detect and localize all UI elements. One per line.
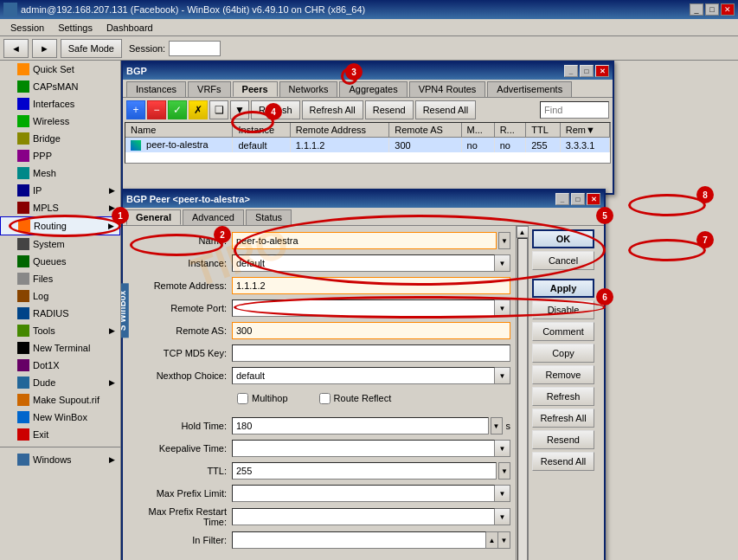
tab-vpn4routes[interactable]: VPN4 Routes (409, 81, 486, 97)
peer-maximize[interactable]: □ (571, 193, 585, 205)
add-button[interactable]: + (126, 100, 145, 119)
copy-icon-button[interactable]: ❑ (209, 100, 228, 119)
check-button[interactable]: ✓ (168, 100, 187, 119)
sidebar-item-newterminal[interactable]: New Terminal (0, 339, 120, 357)
comment-button[interactable]: Comment (532, 322, 594, 341)
keepalive-input[interactable] (232, 440, 495, 457)
apply-button[interactable]: Apply (532, 279, 594, 298)
sidebar-item-interfaces[interactable]: Interfaces (0, 95, 120, 113)
remote-port-input[interactable] (232, 299, 495, 317)
resend-peer-button[interactable]: Resend (532, 430, 594, 449)
sidebar-item-windows[interactable]: Windows ▶ (0, 451, 120, 468)
resend-all-peer-button[interactable]: Resend All (532, 452, 594, 471)
route-reflect-checkbox[interactable] (319, 393, 330, 404)
sidebar-item-routing[interactable]: Routing ▶ (0, 216, 120, 235)
ok-button[interactable]: OK (532, 229, 594, 248)
remote-as-input[interactable] (232, 322, 510, 339)
sidebar-item-exit[interactable]: Exit (0, 426, 120, 443)
bgp-close[interactable]: ✕ (595, 65, 609, 77)
peer-tab-advanced[interactable]: Advanced (183, 209, 244, 225)
filter-button[interactable]: ▼ (230, 100, 249, 119)
multihop-checkbox[interactable] (237, 393, 248, 404)
max-prefix-restart-input[interactable] (232, 508, 495, 525)
refresh-all-button[interactable]: Refresh All (302, 100, 363, 119)
sidebar-item-makecloud[interactable]: Make Supout.rif (0, 391, 120, 409)
remote-port-dropdown[interactable]: ▼ (495, 299, 510, 317)
ttl-input[interactable] (232, 462, 497, 480)
cancel-button[interactable]: Cancel (532, 251, 594, 270)
peer-close[interactable]: ✕ (587, 193, 600, 205)
remove-peer-button[interactable]: Remove (532, 365, 594, 384)
peer-tab-general[interactable]: General (126, 209, 181, 225)
menu-session[interactable]: Session (3, 21, 51, 35)
sidebar-item-mpls[interactable]: MPLS ▶ (0, 199, 120, 216)
name-scroll-down[interactable]: ▼ (498, 232, 510, 249)
remove-button[interactable]: − (147, 100, 166, 119)
table-row[interactable]: peer-to-alestra default 1.1.1.2 300 no n… (125, 138, 610, 153)
in-filter-up[interactable]: ▲ (486, 531, 498, 549)
tab-advertisements[interactable]: Advertisements (487, 81, 572, 97)
sidebar-item-newwinbox[interactable]: New WinBox (0, 409, 120, 426)
max-prefix-restart-dropdown[interactable]: ▼ (495, 508, 510, 525)
sidebar-item-queues[interactable]: Queues (0, 253, 120, 270)
sidebar-item-wireless[interactable]: Wireless (0, 113, 120, 130)
session-input[interactable] (169, 41, 221, 56)
hold-time-down[interactable]: ▼ (491, 417, 503, 434)
menu-dashboard[interactable]: Dashboard (99, 21, 160, 35)
menu-settings[interactable]: Settings (51, 21, 99, 35)
nexthop-input[interactable] (232, 367, 495, 384)
sidebar-item-bridge[interactable]: Bridge (0, 130, 120, 147)
resend-all-button[interactable]: Resend All (415, 100, 477, 119)
name-input[interactable] (232, 232, 497, 249)
cross-button[interactable]: ✗ (189, 100, 208, 119)
hold-time-input[interactable] (232, 417, 489, 434)
disable-button[interactable]: Disable (532, 300, 594, 319)
sidebar-item-tools[interactable]: Tools ▶ (0, 322, 120, 339)
bgp-minimize[interactable]: _ (564, 65, 578, 77)
resend-button[interactable]: Resend (365, 100, 414, 119)
keepalive-dropdown[interactable]: ▼ (495, 440, 510, 457)
back-button[interactable]: ◄ (3, 39, 29, 58)
close-button[interactable]: ✕ (721, 3, 735, 16)
sidebar-item-files[interactable]: Files (0, 270, 120, 287)
refresh-all-peer-button[interactable]: Refresh All (532, 409, 594, 428)
tab-vrfs[interactable]: VRFs (188, 81, 231, 97)
find-input[interactable] (540, 101, 609, 119)
in-filter-input[interactable] (232, 531, 486, 549)
refresh-peer-button[interactable]: Refresh (532, 387, 594, 406)
peer-minimize[interactable]: _ (555, 193, 569, 205)
ttl-down[interactable]: ▼ (498, 462, 510, 480)
forward-button[interactable]: ► (32, 39, 57, 58)
nexthop-dropdown[interactable]: ▼ (495, 367, 510, 384)
sidebar-item-dot1x[interactable]: Dot1X (0, 357, 120, 374)
tab-networks[interactable]: Networks (279, 81, 338, 97)
copy-button[interactable]: Copy (532, 344, 594, 363)
sidebar-item-ppp[interactable]: PPP (0, 147, 120, 164)
max-prefix-input[interactable] (232, 485, 495, 502)
sidebar-item-radius[interactable]: RADIUS (0, 305, 120, 322)
sidebar-item-log[interactable]: Log (0, 287, 120, 305)
safe-mode-button[interactable]: Safe Mode (61, 39, 122, 58)
remote-address-input[interactable] (232, 277, 510, 294)
maximize-button[interactable]: □ (705, 3, 719, 16)
minimize-button[interactable]: _ (690, 3, 703, 16)
max-prefix-dropdown[interactable]: ▼ (495, 485, 510, 502)
sidebar-item-quickset[interactable]: Quick Set (0, 61, 120, 78)
tcp-md5-input[interactable] (232, 344, 510, 362)
scroll-up[interactable]: ▲ (517, 226, 529, 238)
instance-dropdown[interactable]: ▼ (495, 254, 510, 272)
sidebar-item-mesh[interactable]: Mesh (0, 164, 120, 182)
tab-instances[interactable]: Instances (126, 81, 186, 97)
sidebar-item-capsman[interactable]: CAPsMAN (0, 78, 120, 95)
scroll-track[interactable] (517, 238, 528, 560)
tab-peers[interactable]: Peers (233, 81, 278, 97)
in-filter-down[interactable]: ▼ (498, 531, 510, 549)
sidebar-item-dude[interactable]: Dude ▶ (0, 374, 120, 391)
sidebar-item-system[interactable]: System (0, 235, 120, 253)
peer-tab-status[interactable]: Status (246, 209, 292, 225)
refresh-button[interactable]: Refresh (251, 100, 300, 119)
instance-input[interactable] (232, 254, 495, 272)
bgp-maximize[interactable]: □ (580, 65, 594, 77)
tab-aggregates[interactable]: Aggregates (339, 81, 407, 97)
sidebar-item-ip[interactable]: IP ▶ (0, 182, 120, 199)
